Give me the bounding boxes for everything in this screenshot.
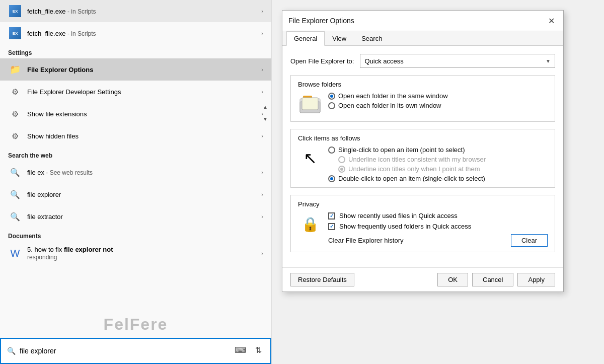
file-explorer-dev-item[interactable]: ⚙ File Explorer Developer Settings › — [0, 81, 271, 103]
doc-item[interactable]: W 5. how to fix file explorer not respon… — [0, 242, 271, 281]
privacy-title: Privacy — [298, 200, 548, 208]
dropdown-arrow-icon: ▼ — [546, 58, 551, 64]
radio-underline-point-btn[interactable] — [338, 166, 345, 173]
right-panel: File Explorer Options ✕ General View Sea… — [272, 0, 604, 364]
chevron-icon: › — [261, 8, 263, 14]
keyboard-icon[interactable]: ⌨ — [232, 342, 248, 358]
settings-icon: ⚙ — [8, 129, 22, 143]
folder-icon: 📁 — [8, 62, 22, 77]
search-side-icons: ⌨ ⇅ — [232, 337, 270, 363]
list-item[interactable]: EX fetch_file.exe - in Scripts › — [0, 22, 271, 44]
dialog-tabs: General View Search — [282, 31, 563, 46]
svg-rect-3 — [302, 98, 318, 110]
open-explorer-select[interactable]: Quick access ▼ — [360, 54, 555, 68]
privacy-row-frequent[interactable]: Show frequently used folders in Quick ac… — [328, 223, 548, 230]
file-explorer-options-dialog: File Explorer Options ✕ General View Sea… — [282, 10, 564, 292]
chevron-icon: › — [261, 133, 263, 139]
show-hidden-item[interactable]: ⚙ Show hidden files › — [0, 125, 271, 147]
search-icon: 🔍 — [8, 165, 22, 179]
section-web-header: Search the web — [0, 147, 271, 161]
exe-icon: EX — [8, 4, 22, 18]
checkbox-frequent-folders[interactable] — [328, 223, 335, 230]
click-items-radios: Single-click to open an item (point to s… — [328, 146, 486, 182]
privacy-section: Privacy 🔒 Show recently used files in Qu… — [290, 195, 555, 252]
click-items-title: Click items as follows — [298, 134, 548, 142]
open-explorer-label: Open File Explorer to: — [290, 57, 354, 65]
chevron-icon: › — [261, 30, 263, 36]
click-items-content: ↖ Single-click to open an item (point to… — [298, 146, 548, 182]
tab-general[interactable]: General — [286, 31, 325, 46]
dialog-footer: Restore Defaults OK Cancel Apply — [282, 267, 563, 292]
browse-folders-icon — [298, 92, 322, 116]
item-label: File Explorer Options — [27, 66, 257, 74]
chevron-icon: › — [261, 213, 263, 220]
section-settings-header: Settings — [0, 44, 271, 58]
radio-underline-browser-btn[interactable] — [338, 156, 345, 163]
watermark: FelFere — [104, 315, 168, 334]
clear-button[interactable]: Clear — [511, 234, 548, 247]
chevron-icon: › — [261, 66, 263, 72]
cancel-button[interactable]: Cancel — [472, 273, 513, 286]
dialog-title: File Explorer Options — [288, 17, 354, 25]
file-explorer-options-item[interactable]: 📁 File Explorer Options › — [0, 58, 271, 81]
radio-double-click[interactable]: Double-click to open an item (single-cli… — [328, 175, 486, 182]
radio-underline-browser[interactable]: Underline icon titles consistent with my… — [338, 156, 486, 163]
item-label: Show file extensions — [27, 110, 257, 118]
radio-own-window-btn[interactable] — [328, 102, 335, 109]
cursor-icon: ↖ — [298, 146, 322, 170]
item-label: file ex - See web results — [27, 169, 257, 176]
section-docs-header: Documents — [0, 228, 271, 242]
browse-folders-content: Open each folder in the same window Open… — [298, 92, 548, 116]
tab-view[interactable]: View — [325, 31, 354, 46]
list-item[interactable]: EX fetch_file.exe - in Scripts › — [0, 0, 271, 22]
web-file-explorer-item[interactable]: 🔍 file explorer › — [0, 183, 271, 205]
item-label: file extractor — [27, 213, 257, 221]
web-file-ex-item[interactable]: 🔍 file ex - See web results › — [0, 161, 271, 183]
apply-button[interactable]: Apply — [517, 273, 555, 286]
restore-defaults-button[interactable]: Restore Defaults — [290, 273, 354, 286]
search-bar[interactable]: 🔍 ⌨ ⇅ — [0, 338, 271, 364]
privacy-content: 🔒 Show recently used files in Quick acce… — [298, 212, 548, 247]
chevron-icon: › — [261, 169, 263, 175]
checkbox-recent-files[interactable] — [328, 212, 335, 220]
radio-same-window-btn[interactable] — [328, 93, 335, 100]
close-button[interactable]: ✕ — [545, 15, 557, 27]
up-down-icon[interactable]: ⇅ — [250, 342, 266, 358]
click-items-section: Click items as follows ↖ Single-click to… — [290, 129, 555, 188]
privacy-options: Show recently used files in Quick access… — [328, 212, 548, 247]
ok-button[interactable]: OK — [437, 273, 468, 286]
open-explorer-row: Open File Explorer to: Quick access ▼ — [290, 54, 555, 68]
search-panel: EX fetch_file.exe - in Scripts › EX fetc… — [0, 0, 272, 364]
show-extensions-item[interactable]: ⚙ Show file extensions › — [0, 103, 271, 125]
search-icon: 🔍 — [7, 347, 16, 355]
item-label: 5. how to fix file explorer not respondi… — [27, 246, 257, 261]
radio-double-click-btn[interactable] — [328, 175, 335, 182]
radio-single-click-btn[interactable] — [328, 147, 335, 154]
dialog-titlebar: File Explorer Options ✕ — [282, 11, 563, 31]
item-label: Show hidden files — [27, 132, 257, 140]
clear-history-label: Clear File Explorer history — [328, 237, 404, 244]
settings-icon: ⚙ — [8, 107, 22, 121]
radio-own-window[interactable]: Open each folder in its own window — [328, 102, 448, 109]
doc-icon: W — [8, 246, 22, 260]
scroll-up-arrow[interactable]: ▲ — [259, 101, 271, 113]
search-icon: 🔍 — [8, 187, 22, 201]
privacy-row-recent[interactable]: Show recently used files in Quick access — [328, 212, 548, 220]
privacy-icon: 🔒 — [298, 212, 322, 236]
item-label: fetch_file.exe - in Scripts — [27, 30, 257, 37]
radio-underline-point[interactable]: Underline icon titles only when I point … — [338, 165, 486, 173]
radio-single-click[interactable]: Single-click to open an item (point to s… — [328, 146, 486, 154]
scroll-down-arrow[interactable]: ▼ — [259, 113, 271, 125]
web-file-extractor-item[interactable]: 🔍 file extractor › — [0, 205, 271, 228]
tab-search[interactable]: Search — [354, 31, 390, 46]
radio-same-window[interactable]: Open each folder in the same window — [328, 92, 448, 100]
chevron-icon: › — [261, 250, 263, 256]
browse-folders-title: Browse folders — [298, 81, 548, 88]
scroll-arrows: ▲ ▼ — [259, 101, 271, 125]
search-input[interactable] — [20, 347, 264, 355]
exe-icon: EX — [8, 26, 22, 40]
chevron-icon: › — [261, 89, 263, 95]
browse-folders-section: Browse folders Open each folde — [290, 75, 555, 122]
dialog-content: Open File Explorer to: Quick access ▼ Br… — [282, 46, 563, 267]
footer-left: Restore Defaults — [290, 273, 433, 286]
